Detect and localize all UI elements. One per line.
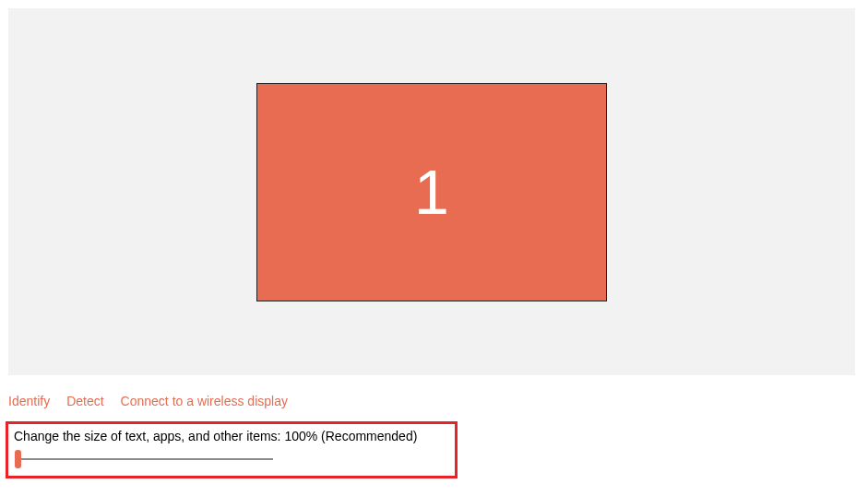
display-action-links: Identify Detect Connect to a wireless di… bbox=[8, 394, 868, 408]
scale-slider[interactable] bbox=[15, 450, 273, 468]
scale-label: Change the size of text, apps, and other… bbox=[14, 429, 449, 443]
display-preview-area: 1 bbox=[8, 8, 855, 375]
connect-wireless-display-link[interactable]: Connect to a wireless display bbox=[121, 394, 288, 408]
monitor-number-label: 1 bbox=[414, 156, 449, 228]
identify-link[interactable]: Identify bbox=[8, 394, 50, 408]
scale-section-highlight: Change the size of text, apps, and other… bbox=[6, 421, 458, 478]
slider-track bbox=[15, 458, 273, 460]
detect-link[interactable]: Detect bbox=[66, 394, 103, 408]
slider-thumb[interactable] bbox=[15, 450, 21, 468]
monitor-1-preview[interactable]: 1 bbox=[256, 83, 607, 301]
